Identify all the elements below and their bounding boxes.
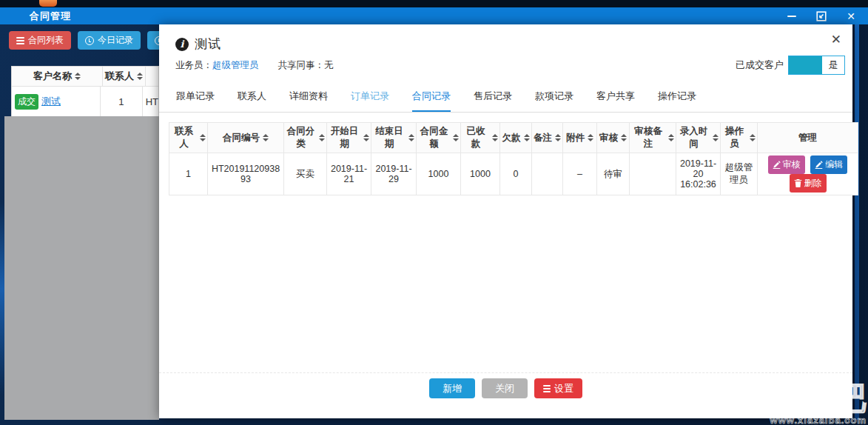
maximize-icon[interactable] [815, 10, 828, 22]
col-attachment: 附件 [563, 123, 597, 153]
tab-details[interactable]: 详细资料 [289, 82, 328, 112]
col-start-date: 开始日期 [327, 123, 371, 153]
cell-manage: 审核 编辑 删除 [758, 153, 858, 195]
col-operator: 操作员 [721, 123, 758, 153]
cell-contract-no: HT2019112093893 [208, 153, 284, 195]
sort-icon[interactable] [137, 73, 143, 80]
col-entry-time: 录入时间 [676, 123, 721, 153]
app-icon[interactable] [39, 0, 57, 7]
col-manage: 管理 [758, 123, 858, 153]
sort-icon[interactable] [713, 134, 719, 141]
col-contract-no: 合同编号 [208, 123, 284, 153]
sort-icon[interactable] [75, 73, 81, 80]
list-icon [16, 37, 24, 44]
sort-icon[interactable] [621, 134, 627, 141]
customer-link[interactable]: 测试 [41, 95, 61, 108]
contract-list-button[interactable]: 合同列表 [9, 31, 71, 50]
deal-status-label: 已成交客户 [736, 58, 784, 72]
today-records-button[interactable]: 今日记录 [78, 31, 141, 50]
edit-button[interactable]: 编辑 [810, 155, 847, 174]
customer-partial-cell: HT [143, 87, 158, 116]
add-button[interactable]: 新增 [429, 378, 475, 398]
tab-contacts[interactable]: 联系人 [238, 82, 266, 112]
customer-table: 客户名称 联系人 成交 测试 1 HT [11, 66, 159, 117]
sort-icon[interactable] [200, 134, 206, 141]
info-icon: i [175, 38, 189, 51]
minimize-icon[interactable] [785, 10, 798, 22]
cell-owed: 0 [500, 153, 532, 195]
header-partial [146, 67, 158, 86]
tab-contract-records[interactable]: 合同记录 [412, 82, 451, 112]
salesman-link[interactable]: 超级管理员 [212, 59, 259, 72]
window-title: 合同管理 [0, 10, 71, 23]
sort-icon[interactable] [453, 134, 459, 141]
edit-icon [773, 161, 781, 169]
cell-end-date: 2019-11-29 [371, 153, 417, 195]
edit-label: 编辑 [825, 158, 843, 171]
tab-follow-records[interactable]: 跟单记录 [176, 82, 215, 112]
col-category: 合同分类 [284, 123, 327, 153]
sort-icon[interactable] [363, 134, 369, 141]
customer-table-header: 客户名称 联系人 [12, 67, 158, 87]
tab-operation-records[interactable]: 操作记录 [658, 82, 696, 112]
cell-received: 1000 [461, 153, 500, 195]
sort-icon[interactable] [408, 134, 414, 141]
cell-category: 买卖 [284, 153, 327, 195]
cell-contact: 1 [169, 153, 208, 195]
tab-order-records[interactable]: 订单记录 [351, 82, 389, 112]
dimmed-background-area [4, 116, 159, 420]
deal-status-control: 已成交客户 是 [736, 56, 845, 75]
modal-header: i 测试 [175, 36, 221, 53]
modal-close-icon[interactable]: ✕ [831, 32, 841, 47]
customer-detail-modal: ✕ i 测试 业务员： 超级管理员 共享同事： 无 已成交客户 是 跟 [159, 24, 852, 418]
today-records-label: 今日记录 [98, 34, 133, 47]
close-modal-button[interactable]: 关闭 [482, 378, 528, 398]
sort-icon[interactable] [319, 134, 325, 141]
deal-badge: 成交 [15, 94, 38, 110]
cell-audit-status: 待审 [597, 153, 630, 195]
sort-icon[interactable] [492, 134, 498, 141]
salesman-label: 业务员： [175, 59, 212, 72]
header-contact: 联系人 [103, 67, 146, 86]
cell-operator: 超级管理员 [721, 153, 758, 195]
contract-list-label: 合同列表 [28, 34, 64, 47]
tab-aftersales-records[interactable]: 售后记录 [474, 82, 512, 112]
tab-payment-records[interactable]: 款项记录 [535, 82, 573, 112]
settings-button[interactable]: 设置 [534, 378, 582, 398]
modal-title: 测试 [195, 36, 221, 53]
cell-entry-time: 2019-11-20 16:02:36 [676, 153, 721, 195]
sort-icon[interactable] [524, 134, 530, 141]
desktop-top-strip [0, 0, 868, 7]
header-customer-name: 客户名称 [12, 67, 103, 86]
deal-status-toggle[interactable]: 是 [788, 56, 845, 75]
sort-icon[interactable] [588, 134, 593, 141]
list-icon [543, 385, 551, 392]
footer-divider [159, 372, 852, 373]
sort-icon[interactable] [750, 134, 756, 141]
edit-icon [815, 161, 823, 169]
toggle-value: 是 [822, 56, 844, 74]
cell-amount: 1000 [417, 153, 461, 195]
customer-row: 成交 测试 1 HT [12, 87, 158, 116]
contact-label: 联系人 [105, 70, 134, 83]
tab-customer-share[interactable]: 客户共享 [596, 82, 635, 112]
col-end-date: 结束日期 [371, 123, 417, 153]
sort-icon[interactable] [555, 134, 561, 141]
close-icon[interactable]: ✕ [844, 10, 858, 22]
col-audit: 审核 [597, 123, 630, 153]
col-remark: 备注 [532, 123, 563, 153]
delete-button[interactable]: 删除 [790, 174, 827, 193]
customer-contact-cell: 1 [101, 87, 143, 116]
window-right-border [855, 24, 859, 420]
modal-footer: 新增 关闭 设置 [159, 378, 852, 398]
share-colleague-value: 无 [324, 59, 334, 72]
screen: 合同管理 ✕ 合同列表 今日记录 本周 [0, 0, 868, 425]
window-body: 合同列表 今日记录 本周记 客户名称 联系人 [0, 24, 868, 425]
contract-table: 联系人 合同编号 合同分类 开始日期 结束日期 合同金额 已收款 欠款 备注 附… [169, 122, 858, 195]
detail-tabs: 跟单记录 联系人 详细资料 订单记录 合同记录 售后记录 款项记录 客户共享 操… [159, 82, 852, 113]
cell-audit-remark [630, 153, 676, 195]
audit-button[interactable]: 审核 [768, 155, 805, 174]
sort-icon[interactable] [263, 134, 269, 141]
sort-icon[interactable] [668, 134, 674, 141]
contract-row: 1 HT2019112093893 买卖 2019-11-21 2019-11-… [169, 153, 858, 195]
